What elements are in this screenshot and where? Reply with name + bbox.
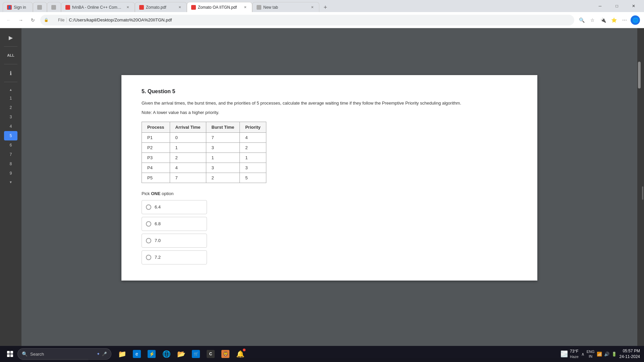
taskbar-app-c[interactable]: C: [204, 347, 217, 361]
tab-close-zomato-oa[interactable]: ✕: [243, 5, 248, 10]
forward-button[interactable]: →: [16, 15, 25, 25]
tab-signin[interactable]: 👤 Sign in: [3, 2, 33, 12]
clock-time: 05:57 PM: [623, 348, 640, 354]
maximize-button[interactable]: □: [609, 0, 625, 12]
page-down-arrow[interactable]: ▼: [6, 178, 15, 186]
table-row: P4433: [142, 163, 266, 173]
taskbar-app-explorer2[interactable]: 📂: [174, 347, 188, 361]
table-cell: 2: [240, 142, 266, 153]
page-8[interactable]: 8: [4, 159, 17, 169]
windows-logo-icon: [7, 351, 13, 357]
option-item-0[interactable]: 6.4: [142, 200, 207, 214]
extension-icon[interactable]: 🔌: [598, 15, 608, 25]
play-icon: ▶: [9, 35, 13, 41]
search-icon[interactable]: 🔍: [577, 15, 586, 25]
taskbar-app-brave[interactable]: 🦁: [219, 347, 232, 361]
lock-icon: 🔒: [44, 18, 49, 22]
store-icon: 🛒: [192, 350, 200, 358]
tab-2[interactable]: [33, 2, 47, 12]
sidebar-label-all[interactable]: ALL: [3, 49, 19, 62]
wifi-icon[interactable]: 📶: [597, 352, 602, 357]
toolbar-icons: 🔍 ☆ 🔌 ⭐ ⋯ 🌐: [577, 15, 640, 25]
tab-title-signin: Sign in: [14, 5, 29, 10]
option-item-3[interactable]: 7.2: [142, 250, 207, 264]
tab-3[interactable]: [47, 2, 61, 12]
speaker-icon[interactable]: 🔊: [604, 352, 609, 357]
notification-badge: [243, 349, 246, 351]
tab-bar: 👤 Sign in fvInBA - Online C++ Compiler &…: [3, 0, 588, 12]
taskbar-app-chrome[interactable]: 🌐: [160, 347, 173, 361]
table-cell: 1: [240, 153, 266, 163]
language-display: ENG IN: [587, 349, 595, 359]
radio-circle-2: [146, 238, 151, 243]
tab-zomato-oa-active[interactable]: Zomato OA IITGN.pdf ✕: [187, 2, 252, 12]
tray-up-icon[interactable]: ∧: [581, 352, 585, 357]
taskbar-clock[interactable]: 05:57 PM 24-11-2024: [620, 348, 640, 360]
tab-close-fvinba[interactable]: ✕: [125, 5, 130, 10]
title-bar: 👤 Sign in fvInBA - Online C++ Compiler &…: [0, 0, 644, 12]
pdf-scrollbar[interactable]: [637, 28, 641, 358]
sidebar-thumbnail-btn[interactable]: ▶: [3, 31, 19, 44]
star-icon[interactable]: ☆: [588, 15, 597, 25]
weather-widget[interactable]: 🌫️ 73°F Haze: [560, 349, 579, 359]
table-cell: P2: [142, 142, 170, 153]
tab-close-new[interactable]: ✕: [310, 5, 315, 10]
radio-circle-3: [146, 255, 151, 260]
taskbar-right: 🌫️ 73°F Haze ∧ ENG IN 📶 🔊 🔋: [560, 348, 640, 360]
battery-icon[interactable]: 🔋: [611, 352, 617, 357]
radio-circle-0: [146, 204, 151, 210]
copilot-icons: ✦ 🎤: [97, 352, 107, 356]
page-7[interactable]: 7: [4, 150, 17, 159]
option-item-1[interactable]: 6.8: [142, 217, 207, 231]
page-3[interactable]: 3: [4, 112, 17, 122]
tab-favicon-new: [257, 5, 261, 10]
page-6[interactable]: 6: [4, 140, 17, 150]
page-list: ▲ 1 2 3 4 5 6 7 8 9 ▼: [4, 84, 17, 187]
tab-new[interactable]: New tab ✕: [252, 2, 319, 12]
tab-favicon-zomato-pdf: [139, 5, 144, 10]
pdf-content-area[interactable]: 5. Question 5 Given the arrival times, t…: [21, 28, 637, 358]
address-input[interactable]: 🔒 File C:/Users/kapil/Desktop/Zomato%20O…: [40, 15, 574, 25]
taskbar-app-edge[interactable]: e: [130, 347, 144, 361]
pdf-sidebar: ▶ ALL ℹ ▲ 1 2 3 4 5 6 7 8 9: [0, 28, 21, 358]
taskbar-app-store[interactable]: 🛒: [189, 347, 203, 361]
minimize-button[interactable]: ─: [592, 0, 608, 12]
info-icon: ℹ: [10, 70, 12, 76]
tab-zomato-pdf[interactable]: Zomato.pdf ✕: [135, 2, 187, 12]
table-cell: P4: [142, 163, 170, 173]
question-note: Note: A lower value has a higher priorit…: [142, 110, 517, 115]
scroll-thumb[interactable]: [638, 62, 641, 88]
profile-icon[interactable]: 🌐: [631, 15, 640, 25]
taskbar-app-vscode[interactable]: ⚡: [145, 347, 158, 361]
language-icon[interactable]: ENG IN: [587, 349, 595, 359]
option-value-2: 7.0: [155, 238, 161, 243]
taskbar-app-notification[interactable]: 🔔: [233, 347, 247, 361]
start-button[interactable]: [4, 348, 16, 360]
page-up-arrow[interactable]: ▲: [6, 85, 15, 94]
option-item-2[interactable]: 7.0: [142, 234, 207, 248]
tab-fvinba[interactable]: fvInBA - Online C++ Compiler & ✕: [61, 2, 135, 12]
page-1[interactable]: 1: [4, 94, 17, 103]
tab-title-fvinba: fvInBA - Online C++ Compiler &: [72, 5, 123, 10]
more-icon[interactable]: ⋯: [620, 15, 629, 25]
new-tab-button[interactable]: +: [321, 3, 330, 12]
table-cell: 3: [206, 142, 240, 153]
table-cell: P5: [142, 173, 170, 183]
taskbar-search-bar[interactable]: 🔍 Search ✦ 🎤: [17, 348, 111, 360]
tab-title-new: New tab: [263, 5, 308, 10]
back-button[interactable]: ←: [4, 15, 13, 25]
table-row: P3211: [142, 153, 266, 163]
tab-close-zomato-pdf[interactable]: ✕: [177, 5, 182, 10]
window-controls: ─ □ ✕: [592, 0, 641, 12]
page-4[interactable]: 4: [4, 122, 17, 131]
bookmark-icon[interactable]: ⭐: [609, 15, 619, 25]
page-2[interactable]: 2: [4, 103, 17, 112]
page-9[interactable]: 9: [4, 169, 17, 178]
taskbar-app-fileexplorer[interactable]: 📁: [115, 347, 129, 361]
close-button[interactable]: ✕: [626, 0, 641, 12]
tab-favicon-2: [37, 5, 42, 10]
reload-button[interactable]: ↻: [28, 15, 38, 25]
sidebar-info-btn[interactable]: ℹ: [3, 66, 19, 80]
fileexplorer-icon: 📁: [118, 350, 126, 358]
page-5[interactable]: 5: [4, 131, 17, 140]
